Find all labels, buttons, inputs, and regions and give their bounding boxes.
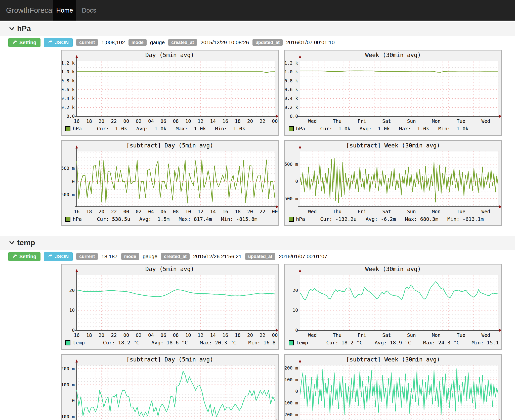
json-button[interactable]: JSON — [44, 38, 73, 47]
svg-text:20: 20 — [99, 209, 104, 214]
svg-text:0: 0 — [72, 179, 75, 184]
mode-badge: mode — [128, 39, 147, 46]
svg-text:22: 22 — [260, 332, 265, 338]
section-header-temp[interactable]: temp — [0, 236, 515, 250]
svg-text:06: 06 — [160, 209, 166, 214]
svg-text:20: 20 — [99, 118, 104, 124]
svg-text:500 m: 500 m — [285, 162, 298, 167]
brand: GrowthForecast — [6, 0, 58, 21]
svg-text:18: 18 — [235, 118, 241, 124]
svg-text:200 m: 200 m — [285, 365, 298, 371]
svg-text:20: 20 — [247, 209, 253, 214]
svg-text:08: 08 — [173, 118, 179, 124]
svg-text:Mon: Mon — [432, 209, 441, 214]
svg-text:100 m: 100 m — [285, 377, 298, 382]
svg-text:16: 16 — [223, 332, 228, 338]
svg-text:16: 16 — [74, 118, 80, 124]
svg-text:0: 0 — [295, 328, 298, 333]
toolbar-temp: Setting JSON current 18,187 mode gauge c… — [8, 252, 327, 261]
svg-text:Sun: Sun — [407, 332, 416, 338]
svg-text:-500 m: -500 m — [62, 192, 75, 197]
svg-text:hPa Cur: 1.0k Avg: 1.0: hPa Cur: 1.0k Avg: 1.0k Max: 1.0k Min: 1… — [296, 126, 468, 132]
svg-text:04: 04 — [148, 209, 154, 214]
svg-text:Wed: Wed — [482, 332, 490, 338]
svg-text:temp Cur: 18.2 °C Avg:: temp Cur: 18.2 °C Avg: 18.9 °C Max: 24.3… — [296, 340, 501, 346]
svg-text:12: 12 — [198, 332, 203, 338]
chevron-down-icon — [9, 26, 15, 31]
created-at-badge: created_at — [161, 253, 190, 260]
created-at-value: 2015/12/26 21:56:21 — [193, 253, 242, 259]
svg-text:18: 18 — [86, 118, 92, 124]
svg-text:00: 00 — [272, 332, 278, 338]
chart-canvas: 200 m100 m0-100 m-200 mWedThuFriSatSunMo… — [285, 355, 501, 420]
svg-text:0.0: 0.0 — [290, 114, 298, 119]
svg-text:02: 02 — [136, 332, 142, 338]
svg-text:18: 18 — [235, 209, 241, 214]
svg-text:Mon: Mon — [432, 332, 441, 338]
graph-temp-day[interactable]: 201001618202200020406081012141618202200D… — [61, 264, 279, 350]
updated-at-badge: updated_at — [245, 253, 275, 260]
svg-text:Wed: Wed — [308, 332, 317, 338]
svg-text:0.0: 0.0 — [66, 114, 75, 119]
mode-badge: mode — [121, 253, 139, 260]
setting-button-label: Setting — [19, 40, 36, 45]
svg-text:Thu: Thu — [333, 209, 341, 214]
svg-text:Thu: Thu — [333, 332, 341, 338]
created-at-badge: created_at — [168, 39, 197, 46]
svg-text:18: 18 — [86, 209, 92, 214]
graph-temp-subtract-week[interactable]: 200 m100 m0-100 m-200 mWedThuFriSatSunMo… — [284, 354, 502, 420]
chevron-down-icon — [9, 240, 15, 245]
current-value: 1,008,102 — [101, 39, 125, 45]
svg-text:08: 08 — [173, 209, 179, 214]
svg-text:100 m: 100 m — [62, 382, 75, 387]
svg-text:00: 00 — [123, 118, 129, 124]
svg-text:10: 10 — [185, 209, 191, 214]
graph-hpa-subtract-week[interactable]: 500 m0-500 mWedThuFriSatSunMonTueWed[sub… — [284, 140, 502, 226]
svg-text:Sun: Sun — [407, 209, 416, 214]
setting-button-label: Setting — [19, 254, 36, 259]
chart-canvas: 200 m100 m0-100 m16182022000204060810121… — [62, 355, 278, 420]
svg-text:22: 22 — [260, 118, 265, 124]
graph-hpa-day[interactable]: 1.2 k1.0 k0.8 k0.6 k0.4 k0.2 k0.01618202… — [61, 50, 279, 136]
svg-text:20: 20 — [247, 118, 253, 124]
svg-text:10: 10 — [292, 307, 298, 313]
chart-canvas: 20100WedThuFriSatSunMonTueWedWeek (30min… — [285, 265, 501, 349]
svg-text:22: 22 — [111, 209, 117, 214]
graph-temp-subtract-day[interactable]: 200 m100 m0-100 m16182022000204060810121… — [61, 354, 279, 420]
svg-text:hPa Cur: 1.0k Avg: 1.0: hPa Cur: 1.0k Avg: 1.0k Max: 1.0k Min: 1… — [73, 126, 245, 132]
graph-hpa-subtract-day[interactable]: 500 m0-500 m1618202200020406081012141618… — [61, 140, 279, 226]
svg-text:Week (30min avg): Week (30min avg) — [365, 52, 421, 58]
svg-text:0.8 k: 0.8 k — [62, 78, 75, 83]
nav-docs[interactable]: Docs — [79, 0, 99, 21]
svg-text:Wed: Wed — [308, 118, 317, 124]
svg-text:0: 0 — [72, 328, 75, 333]
svg-text:06: 06 — [160, 118, 166, 124]
chart-canvas: 1.2 k1.0 k0.8 k0.6 k0.4 k0.2 k0.0WedThuF… — [285, 50, 501, 135]
json-button[interactable]: JSON — [44, 252, 73, 261]
svg-text:Wed: Wed — [482, 118, 490, 124]
svg-text:Sun: Sun — [407, 118, 416, 124]
svg-text:Tue: Tue — [457, 209, 465, 214]
svg-text:-100 m: -100 m — [285, 400, 298, 405]
svg-text:-200 m: -200 m — [285, 412, 298, 417]
svg-text:06: 06 — [160, 332, 166, 338]
graph-temp-week[interactable]: 20100WedThuFriSatSunMonTueWedWeek (30min… — [284, 264, 502, 350]
graph-hpa-week[interactable]: 1.2 k1.0 k0.8 k0.6 k0.4 k0.2 k0.0WedThuF… — [284, 50, 502, 136]
svg-text:1.2 k: 1.2 k — [285, 60, 298, 66]
section-header-hpa[interactable]: hPa — [0, 22, 515, 36]
svg-text:00: 00 — [272, 209, 278, 214]
svg-text:Mon: Mon — [432, 118, 441, 124]
setting-button[interactable]: Setting — [8, 38, 40, 47]
svg-text:0.2 k: 0.2 k — [62, 105, 75, 110]
wrench-icon — [12, 253, 17, 259]
nav-home[interactable]: Home — [53, 0, 76, 21]
svg-text:Wed: Wed — [482, 209, 490, 214]
svg-text:10: 10 — [185, 118, 191, 124]
svg-text:10: 10 — [69, 307, 75, 313]
svg-text:00: 00 — [272, 118, 278, 124]
chart-canvas: 500 m0-500 mWedThuFriSatSunMonTueWed[sub… — [285, 141, 501, 225]
updated-at-badge: updated_at — [252, 39, 283, 46]
svg-text:Day (5min avg): Day (5min avg) — [145, 52, 194, 58]
svg-text:16: 16 — [74, 209, 80, 214]
setting-button[interactable]: Setting — [8, 252, 40, 261]
